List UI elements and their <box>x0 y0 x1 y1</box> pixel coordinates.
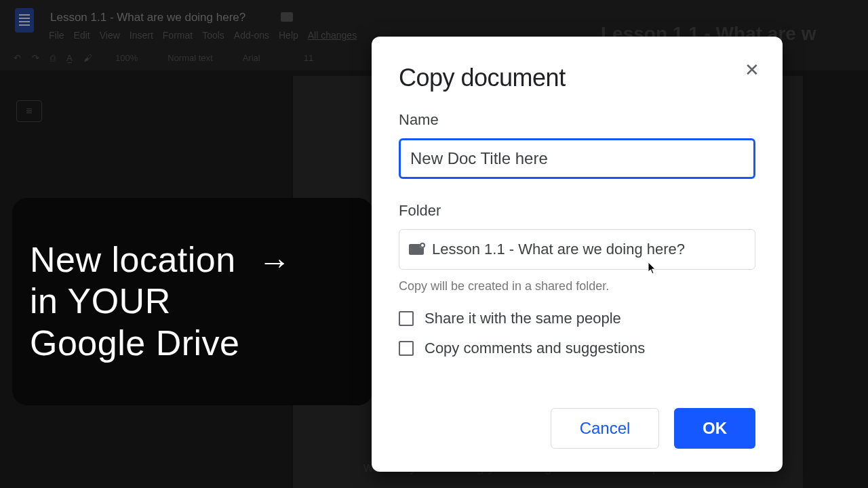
close-icon: ✕ <box>745 60 760 81</box>
annotation-line2: in YOUR <box>30 281 355 322</box>
share-checkbox[interactable] <box>399 311 414 326</box>
annotation-line3: Google Drive <box>30 323 355 364</box>
arrow-right-icon: → <box>258 244 292 280</box>
annotation-card: New location → in YOUR Google Drive <box>12 198 373 405</box>
toolbar: ↶ ↷ ⎙ A̲ 🖌 100% Normal text Arial 11 <box>14 53 313 63</box>
paint-format-icon[interactable]: 🖌 <box>83 53 92 63</box>
dialog-title: Copy document <box>399 64 755 92</box>
paragraph-style-select[interactable]: Normal text <box>167 53 212 63</box>
docs-logo-icon <box>15 8 34 33</box>
menu-addons[interactable]: Add-ons <box>234 30 269 41</box>
shared-folder-icon <box>409 244 424 255</box>
share-checkbox-label: Share it with the same people <box>425 310 621 327</box>
copy-comments-row[interactable]: Copy comments and suggestions <box>399 340 755 357</box>
menu-help[interactable]: Help <box>279 30 298 41</box>
cancel-button[interactable]: Cancel <box>551 408 659 449</box>
folder-label: Folder <box>399 202 755 220</box>
menu-file[interactable]: File <box>49 30 64 41</box>
copy-document-dialog: Copy document ✕ Name Folder Lesson 1.1 -… <box>372 37 783 472</box>
document-title[interactable]: Lesson 1.1 - What are we doing here? <box>50 11 245 24</box>
menu-bar: File Edit View Insert Format Tools Add-o… <box>49 30 357 41</box>
folder-picker[interactable]: Lesson 1.1 - What are we doing here? <box>399 229 755 270</box>
dialog-actions: Cancel OK <box>551 408 755 449</box>
folder-name: Lesson 1.1 - What are we doing here? <box>432 241 685 258</box>
menu-tools[interactable]: Tools <box>202 30 224 41</box>
redo-icon[interactable]: ↷ <box>32 53 39 63</box>
menu-insert[interactable]: Insert <box>130 30 153 41</box>
ok-button[interactable]: OK <box>674 408 755 449</box>
name-label: Name <box>399 111 755 129</box>
menu-format[interactable]: Format <box>163 30 193 41</box>
comments-checkbox[interactable] <box>399 341 414 356</box>
font-select[interactable]: Arial <box>243 53 260 63</box>
outline-toggle-icon[interactable]: ≡ <box>16 100 42 122</box>
font-size-select[interactable]: 11 <box>304 53 313 63</box>
move-to-folder-icon[interactable] <box>281 12 293 22</box>
save-status: All changes <box>308 30 357 41</box>
shared-folder-hint: Copy will be created in a shared folder. <box>399 279 755 293</box>
menu-view[interactable]: View <box>100 30 120 41</box>
spellcheck-icon[interactable]: A̲ <box>66 53 73 63</box>
app-root: Lesson 1.1 - What are we doing here? Fil… <box>0 0 868 488</box>
print-icon[interactable]: ⎙ <box>50 53 56 63</box>
close-button[interactable]: ✕ <box>742 60 762 80</box>
document-name-input[interactable] <box>399 138 755 179</box>
zoom-select[interactable]: 100% <box>115 53 138 63</box>
annotation-line1-text: New location <box>30 240 236 279</box>
share-same-people-row[interactable]: Share it with the same people <box>399 310 755 327</box>
comments-checkbox-label: Copy comments and suggestions <box>425 340 645 357</box>
undo-icon[interactable]: ↶ <box>14 53 21 63</box>
annotation-line1: New location → <box>30 239 355 281</box>
menu-edit[interactable]: Edit <box>74 30 90 41</box>
